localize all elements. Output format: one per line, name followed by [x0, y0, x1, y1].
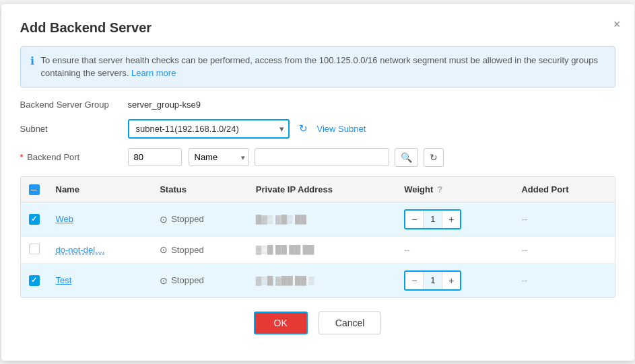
private-ip-cell: ▓▒█ ▓██ ██ ▒	[248, 263, 396, 297]
row-checkbox-cell	[21, 263, 48, 297]
backend-port-row: * Backend Port Name 🔍 ↻	[20, 148, 615, 167]
weight-increase-test[interactable]: +	[442, 272, 460, 289]
stopped-icon: ⊙	[160, 244, 168, 255]
add-backend-server-dialog: Add Backend Server × ℹ To ensure that se…	[1, 4, 634, 361]
info-text: To ensure that server health checks can …	[41, 54, 605, 80]
server-name-link-donotdel[interactable]: do-not-del....	[56, 245, 105, 255]
dialog-footer: OK Cancel	[20, 312, 615, 334]
view-subnet-link[interactable]: View Subnet	[317, 124, 366, 134]
added-port-cell-test: --	[513, 263, 614, 297]
search-button[interactable]: 🔍	[395, 148, 418, 167]
row-checkbox-donotdel[interactable]	[29, 244, 40, 254]
table-row: Test ⊙ Stopped ▓▒█ ▓██ ██ ▒ − 1 +	[21, 263, 615, 297]
row-checkbox-cell	[21, 236, 48, 263]
row-checkbox-test[interactable]	[29, 275, 40, 286]
private-ip-cell: █▓▒ ▓█▒ ██	[248, 202, 396, 236]
backend-server-group-label: Backend Server Group	[20, 100, 128, 110]
search-row: Name 🔍 ↻	[189, 148, 444, 167]
weight-cell: --	[396, 236, 513, 263]
table-header-row: Name Status Private IP Address Weight ? …	[21, 177, 615, 203]
col-weight: Weight ?	[396, 177, 513, 203]
backend-port-input[interactable]	[128, 148, 182, 166]
server-name-link-test[interactable]: Test	[56, 275, 72, 285]
weight-increase-web[interactable]: +	[442, 211, 460, 228]
col-status: Status	[152, 177, 248, 203]
weight-decrease-web[interactable]: −	[405, 211, 423, 228]
subnet-select-wrapper: subnet-11(192.168.1.0/24) ↻ View Subnet	[128, 119, 366, 139]
backend-server-group-value: server_group-kse9	[128, 100, 201, 110]
servers-table-container: Name Status Private IP Address Weight ? …	[20, 176, 615, 298]
weight-help-icon[interactable]: ?	[437, 184, 442, 194]
required-star: *	[20, 152, 24, 162]
table-row: do-not-del.... ⊙ Stopped ▓▒█ ██ ██ ██ --…	[21, 236, 615, 263]
info-banner: ℹ To ensure that server health checks ca…	[20, 46, 615, 87]
server-name-cell: Web	[48, 202, 152, 236]
private-ip-cell: ▓▒█ ██ ██ ██	[248, 236, 396, 263]
row-checkbox-web[interactable]	[29, 214, 40, 225]
server-name-cell: do-not-del....	[48, 236, 152, 263]
backend-server-group-row: Backend Server Group server_group-kse9	[20, 100, 615, 110]
header-checkbox-cell	[21, 177, 48, 203]
row-checkbox-cell	[21, 202, 48, 236]
table-refresh-button[interactable]: ↻	[424, 148, 444, 167]
servers-table: Name Status Private IP Address Weight ? …	[21, 177, 615, 297]
added-port-cell-web: --	[513, 202, 614, 236]
subnet-select[interactable]: subnet-11(192.168.1.0/24)	[128, 119, 290, 139]
info-icon: ℹ	[30, 54, 34, 67]
col-private-ip: Private IP Address	[248, 177, 396, 203]
backend-port-label: * Backend Port	[20, 152, 128, 162]
weight-control-web: − 1 +	[404, 209, 461, 229]
ok-button[interactable]: OK	[254, 312, 308, 334]
dialog-title: Add Backend Server	[20, 20, 615, 36]
search-type-wrapper: Name	[189, 148, 249, 166]
weight-cell: − 1 +	[396, 202, 513, 236]
weight-control-test: − 1 +	[404, 270, 461, 291]
added-port-cell-donotdel: --	[513, 236, 614, 263]
status-cell: ⊙ Stopped	[152, 202, 248, 236]
table-row: Web ⊙ Stopped █▓▒ ▓█▒ ██ − 1 +	[21, 202, 615, 236]
learn-more-link[interactable]: Learn more	[131, 68, 176, 78]
subnet-select-container: subnet-11(192.168.1.0/24)	[128, 119, 290, 139]
col-added-port: Added Port	[513, 177, 614, 203]
header-checkbox[interactable]	[29, 184, 40, 195]
weight-decrease-test[interactable]: −	[405, 272, 423, 289]
close-button[interactable]: ×	[613, 17, 621, 32]
col-name: Name	[48, 177, 152, 203]
stopped-icon: ⊙	[160, 214, 168, 225]
server-name-cell: Test	[48, 263, 152, 297]
search-input[interactable]	[255, 148, 389, 166]
status-cell: ⊙ Stopped	[152, 263, 248, 297]
status-cell: ⊙ Stopped	[152, 236, 248, 263]
search-type-select[interactable]: Name	[189, 148, 249, 166]
weight-value-test: 1	[423, 272, 442, 289]
stopped-icon: ⊙	[160, 275, 168, 286]
weight-value-web: 1	[423, 211, 442, 228]
server-name-link-web[interactable]: Web	[56, 214, 74, 224]
weight-cell: − 1 +	[396, 263, 513, 297]
cancel-button[interactable]: Cancel	[319, 312, 382, 334]
subnet-label: Subnet	[20, 124, 128, 134]
subnet-row: Subnet subnet-11(192.168.1.0/24) ↻ View …	[20, 119, 615, 139]
subnet-refresh-button[interactable]: ↻	[296, 121, 310, 136]
